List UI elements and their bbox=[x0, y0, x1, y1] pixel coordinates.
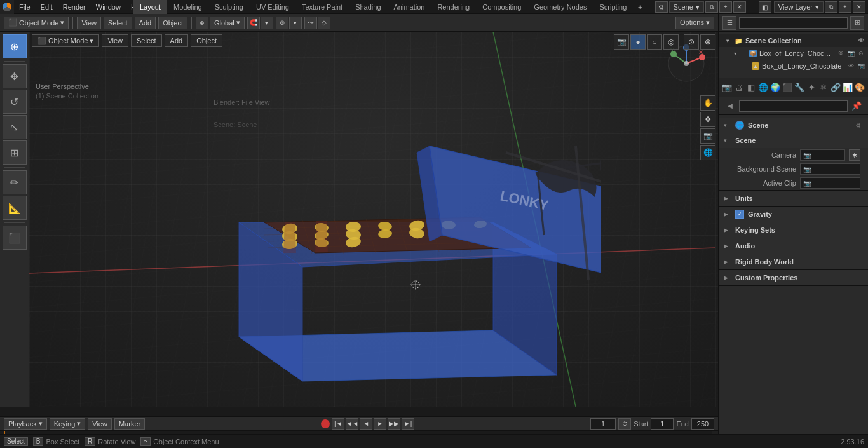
add-btn[interactable]: Add bbox=[135, 17, 156, 29]
tab-scripting[interactable]: Scripting bbox=[593, 0, 633, 14]
select-btn[interactable]: Select bbox=[104, 17, 132, 29]
step-fwd-btn[interactable]: ▶▶ bbox=[388, 418, 400, 430]
outliner-box-chocolates-1[interactable]: ▾ 📦 Box_of_Loncy_Chocolates_Or 👁 📷 ⊙ bbox=[719, 47, 868, 60]
box-1-visibility-icon[interactable]: 👁 bbox=[836, 49, 845, 58]
viewport-camera-icon[interactable]: 📷 bbox=[614, 34, 629, 50]
add-workspace-button[interactable]: + bbox=[633, 0, 647, 14]
viewport-hand-icon[interactable]: ✋ bbox=[700, 95, 715, 111]
scene-selector[interactable]: Scene ▾ bbox=[669, 1, 704, 13]
viewport-view-btn[interactable]: View bbox=[102, 34, 128, 47]
move-tool[interactable]: ✥ bbox=[3, 64, 27, 88]
record-button[interactable] bbox=[321, 419, 330, 428]
transform-tool[interactable]: ⊞ bbox=[3, 140, 27, 165]
transform-selector[interactable]: Global ▾ bbox=[210, 17, 245, 29]
tab-layout[interactable]: Layout bbox=[133, 0, 167, 14]
outliner-view-icon[interactable]: ☰ bbox=[722, 16, 736, 30]
object-btn[interactable]: Object bbox=[158, 17, 187, 29]
end-frame-input[interactable] bbox=[691, 418, 714, 430]
transform-icon-1[interactable]: ⊕ bbox=[196, 17, 208, 29]
box-2-visibility-icon[interactable]: 👁 bbox=[846, 62, 855, 71]
timeline-keying-btn[interactable]: Keying ▾ bbox=[50, 418, 86, 430]
rigid-body-expand-icon[interactable]: ▶ bbox=[724, 259, 731, 265]
rotate-tool[interactable]: ↺ bbox=[3, 90, 27, 114]
box-chocolates-expand-icon[interactable]: ▾ bbox=[731, 50, 739, 57]
new-scene-icon[interactable]: + bbox=[719, 1, 732, 13]
copy-view-layer-icon[interactable]: ⧉ bbox=[825, 1, 837, 13]
camera-eyedropper-icon[interactable]: ✱ bbox=[849, 149, 860, 161]
view-btn[interactable]: View bbox=[77, 17, 101, 29]
measure-tool[interactable]: 📐 bbox=[3, 196, 27, 220]
outliner-scene-collection[interactable]: ▾ 📁 Scene Collection 👁 bbox=[719, 34, 868, 47]
outliner-search[interactable] bbox=[739, 17, 848, 29]
prop-custom-props-header[interactable]: ▶ Custom Properties bbox=[719, 270, 868, 285]
tab-animation[interactable]: Animation bbox=[388, 0, 431, 14]
box-1-render-icon[interactable]: ⊙ bbox=[857, 49, 865, 58]
play-back-btn[interactable]: ◄ bbox=[360, 418, 372, 430]
frame-time-icon[interactable]: ⏱ bbox=[618, 418, 631, 430]
viewport-canvas[interactable]: LONKY ⬛ Object Mode ▾ View Select Add Ob… bbox=[29, 32, 718, 407]
prop-tab-output[interactable]: 🖨 bbox=[733, 80, 745, 95]
graph-icon[interactable]: 〜 bbox=[304, 17, 317, 29]
camera-value-field[interactable]: 📷 bbox=[800, 149, 845, 161]
tab-uv-editing[interactable]: UV Editing bbox=[250, 0, 295, 14]
prop-scene-subsection-header[interactable]: ▾ Scene bbox=[719, 133, 868, 148]
box-1-camera-icon[interactable]: 📷 bbox=[846, 49, 855, 58]
custom-props-expand-icon[interactable]: ▶ bbox=[724, 275, 731, 281]
snap-settings-icon[interactable]: ▾ bbox=[261, 17, 273, 29]
viewport-move-icon[interactable]: ✥ bbox=[700, 112, 715, 127]
tab-shading[interactable]: Shading bbox=[349, 0, 387, 14]
menu-file[interactable]: File bbox=[14, 0, 36, 14]
scene-header-settings-icon[interactable]: ⚙ bbox=[853, 120, 863, 130]
prop-tab-scene[interactable]: 🌐 bbox=[757, 80, 769, 95]
timeline-marker-btn[interactable]: Marker bbox=[114, 418, 145, 430]
menu-window[interactable]: Window bbox=[91, 0, 126, 14]
proportional-settings-icon[interactable]: ▾ bbox=[289, 17, 302, 29]
view-layer-settings-icon[interactable]: ◧ bbox=[759, 1, 771, 13]
viewport-overlay-btn[interactable]: ⊙ bbox=[684, 34, 699, 50]
jump-end-btn[interactable]: ►| bbox=[402, 418, 414, 430]
prop-rigid-body-header[interactable]: ▶ Rigid Body World bbox=[719, 254, 868, 269]
tab-rendering[interactable]: Rendering bbox=[431, 0, 476, 14]
box-2-camera-icon[interactable]: 📷 bbox=[857, 62, 865, 71]
prop-tab-constraints[interactable]: 🔗 bbox=[830, 80, 841, 95]
scene-settings-icon[interactable]: ⚙ bbox=[655, 1, 668, 13]
audio-expand-icon[interactable]: ▶ bbox=[724, 243, 731, 249]
prop-tab-material[interactable]: 🎨 bbox=[854, 80, 865, 95]
scene-subsection-expand-icon[interactable]: ▾ bbox=[724, 137, 731, 144]
annotate-tool[interactable]: ✏ bbox=[3, 170, 27, 194]
gravity-expand-icon[interactable]: ▶ bbox=[724, 211, 731, 217]
viewport-shading-render[interactable]: ◎ bbox=[663, 34, 679, 50]
prop-tab-object[interactable]: ⬛ bbox=[782, 80, 793, 95]
cursor-tool[interactable]: ⊕ bbox=[3, 34, 27, 58]
prop-tab-view-layer[interactable]: ◧ bbox=[745, 80, 757, 95]
outliner-filter-btn[interactable]: ⊞ bbox=[850, 16, 864, 30]
prop-units-header[interactable]: ▶ Units bbox=[719, 191, 868, 206]
units-expand-icon[interactable]: ▶ bbox=[724, 195, 731, 201]
properties-search[interactable] bbox=[739, 100, 848, 112]
scale-tool[interactable]: ⤡ bbox=[3, 115, 27, 139]
prop-tab-render[interactable]: 📷 bbox=[721, 80, 733, 95]
tab-texture-paint[interactable]: Texture Paint bbox=[295, 0, 349, 14]
active-clip-value[interactable]: 📷 bbox=[800, 177, 860, 189]
viewport-shading-material[interactable]: ○ bbox=[647, 34, 662, 50]
viewport-object-btn[interactable]: Object bbox=[191, 34, 222, 47]
keying-expand-icon[interactable]: ▶ bbox=[724, 227, 731, 233]
prop-audio-header[interactable]: ▶ Audio bbox=[719, 238, 868, 254]
bg-scene-value[interactable]: 📷 bbox=[800, 163, 860, 175]
viewport-select-btn[interactable]: Select bbox=[131, 34, 162, 47]
prop-tab-modifier[interactable]: 🔧 bbox=[794, 80, 805, 95]
options-btn[interactable]: Options ▾ bbox=[675, 17, 714, 29]
prop-tab-physics[interactable]: ⚛ bbox=[818, 80, 829, 95]
delete-view-layer-icon[interactable]: ✕ bbox=[853, 1, 865, 13]
scene-collection-visibility-icon[interactable]: 👁 bbox=[857, 36, 865, 45]
timeline-playback-btn[interactable]: Playback ▾ bbox=[4, 418, 47, 430]
jump-start-btn[interactable]: |◄ bbox=[332, 418, 344, 430]
scene-header-expand-icon[interactable]: ▾ bbox=[724, 122, 731, 128]
tab-sculpting[interactable]: Sculpting bbox=[208, 0, 250, 14]
prop-gravity-header[interactable]: ▶ ✓ Gravity bbox=[719, 207, 868, 222]
view-layer-selector[interactable]: View Layer ▾ bbox=[774, 1, 824, 13]
tab-modeling[interactable]: Modeling bbox=[167, 0, 208, 14]
prop-keying-header[interactable]: ▶ Keying Sets bbox=[719, 222, 868, 238]
viewport-add-btn[interactable]: Add bbox=[165, 34, 189, 47]
timeline-view-btn[interactable]: View bbox=[88, 418, 112, 430]
